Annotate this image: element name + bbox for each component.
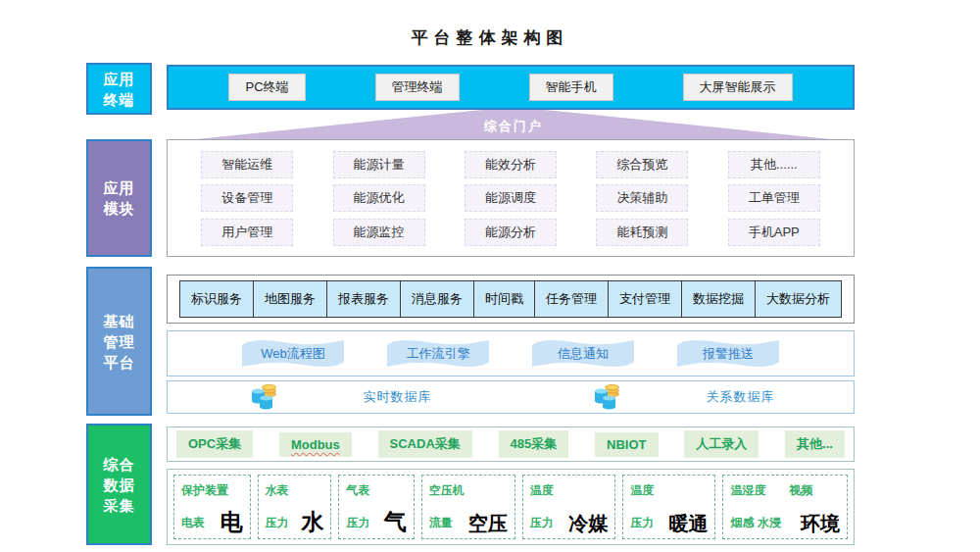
device-category: 气	[384, 511, 407, 533]
terminal-item-management: 管理终端	[375, 74, 460, 101]
middleware-tag-notification: 信息通知	[532, 340, 634, 367]
databases-box: 实时数据库 关系数据库	[167, 380, 855, 414]
device-cell-environment: 温湿度 视频 烟感 水浸 环境	[722, 475, 848, 539]
device-cell-gas: 气表 压力 气	[338, 475, 414, 539]
module-item: 能源优化	[333, 184, 425, 212]
device-sensors: 空压机	[429, 482, 508, 499]
device-category: 环境	[801, 514, 840, 533]
device-cell-air-compression: 空压机 流量 空压	[421, 475, 515, 539]
protocol-item-manual: 人工录入	[684, 430, 759, 458]
device-cell-electricity: 保护装置 电表 电	[173, 475, 251, 539]
middleware-tag-workflow-engine: 工作流引擎	[387, 340, 489, 367]
device-sensors: 压力	[530, 515, 554, 533]
module-item: 手机APP	[728, 219, 820, 246]
middleware-tag-web-flow: Web流程图	[242, 340, 344, 367]
device-sensors: 水表	[266, 482, 324, 499]
protocol-item-485: 485采集	[499, 430, 569, 458]
device-sensors: 压力	[346, 515, 369, 533]
device-category: 暖通	[668, 514, 708, 533]
section-label-collection: 综合 数据 采集	[86, 424, 152, 545]
module-item: 能耗预测	[596, 219, 688, 246]
protocol-item-modbus: Modbus	[279, 432, 352, 457]
middleware-tag-alarm-push: 报警推送	[677, 340, 779, 367]
protocols-box: OPC采集 Modbus SCADA采集 485采集 NBIOT 人工录入 其他…	[167, 427, 855, 462]
service-cell: 支付管理	[608, 280, 682, 318]
terminal-item-bigscreen: 大屏智能展示	[683, 74, 793, 101]
module-item: 能源调度	[465, 184, 557, 212]
device-sensors: 流量	[429, 515, 453, 533]
module-item: 能源监控	[333, 219, 425, 246]
module-item: 智能运维	[201, 151, 293, 178]
database-group-realtime: 实时数据库	[168, 381, 511, 413]
database-label-relational: 关系数据库	[707, 388, 775, 406]
service-cell: 任务管理	[534, 280, 609, 318]
page-title: 平台整体架构图	[0, 26, 980, 49]
device-sensors: 电表	[181, 515, 205, 533]
device-sensors: 温湿度 视频	[730, 482, 840, 499]
module-item: 决策辅助	[596, 184, 688, 212]
module-item: 能源计量	[333, 151, 425, 178]
protocol-item-opc: OPC采集	[176, 430, 253, 458]
portal-banner: 综合门户	[196, 110, 831, 139]
terminal-bar: PC终端 管理终端 智能手机 大屏智能展示	[167, 65, 855, 110]
service-cell: 标识服务	[179, 280, 254, 318]
terminal-item-pc: PC终端	[228, 74, 305, 101]
modules-box: 智能运维 能源计量 能效分析 综合预览 其他...... 设备管理 能源优化 能…	[167, 139, 855, 257]
service-cell: 数据挖掘	[681, 280, 756, 318]
device-sensors: 压力	[266, 515, 289, 533]
section-label-platform: 基础 管理 平台	[86, 267, 152, 416]
service-cell: 消息服务	[400, 280, 474, 318]
device-sensors: 压力	[630, 515, 654, 533]
middleware-box: Web流程图 工作流引擎 信息通知 报警推送	[167, 330, 855, 376]
device-sensors: 气表	[346, 482, 406, 499]
module-item: 设备管理	[201, 184, 293, 212]
device-category: 水	[301, 511, 323, 533]
devices-box: 保护装置 电表 电 水表 压力 水 气表 压力 气 空压机 流量 空压	[167, 469, 855, 545]
module-item: 能源分析	[465, 219, 557, 246]
module-item: 用户管理	[201, 219, 293, 246]
database-group-relational: 关系数据库	[511, 381, 854, 413]
services-table: 标识服务 地图服务 报表服务 消息服务 时间戳 任务管理 支付管理 数据挖掘 大…	[179, 280, 842, 318]
device-category: 空压	[468, 514, 508, 533]
protocol-item-other: 其他...	[785, 430, 845, 458]
device-sensors: 保护装置	[181, 482, 243, 499]
device-cell-water: 水表 压力 水	[258, 475, 332, 539]
device-category: 冷媒	[568, 514, 608, 533]
architecture-diagram: 平台整体架构图 应用 终端 应用 模块 基础 管理 平台 综合 数据 采集 PC…	[0, 0, 980, 552]
module-item: 能效分析	[465, 151, 557, 178]
protocol-item-nbiot: NBIOT	[595, 432, 658, 457]
device-sensors: 温度	[630, 482, 708, 499]
device-sensors: 烟感 水浸	[730, 515, 780, 533]
device-category: 电	[220, 511, 243, 533]
section-label-terminals: 应用 终端	[86, 63, 152, 115]
service-cell: 时间戳	[473, 280, 535, 318]
protocol-item-scada: SCADA采集	[378, 430, 472, 458]
device-sensors: 温度	[530, 482, 609, 499]
database-icon	[590, 381, 623, 413]
service-cell: 大数据分析	[755, 280, 842, 318]
device-cell-hvac: 温度 压力 暖通	[622, 475, 715, 539]
module-item: 综合预览	[596, 151, 688, 178]
module-item: 工单管理	[728, 184, 820, 212]
portal-label: 综合门户	[484, 118, 543, 135]
device-cell-refrigerant: 温度 压力 冷媒	[522, 475, 616, 539]
section-label-modules: 应用 模块	[86, 139, 152, 257]
services-box: 标识服务 地图服务 报表服务 消息服务 时间戳 任务管理 支付管理 数据挖掘 大…	[167, 275, 855, 324]
module-item: 其他......	[728, 151, 820, 178]
database-icon	[247, 381, 280, 413]
terminal-item-smartphone: 智能手机	[529, 74, 613, 101]
database-label-realtime: 实时数据库	[364, 388, 432, 406]
service-cell: 地图服务	[253, 280, 327, 318]
service-cell: 报表服务	[326, 280, 401, 318]
